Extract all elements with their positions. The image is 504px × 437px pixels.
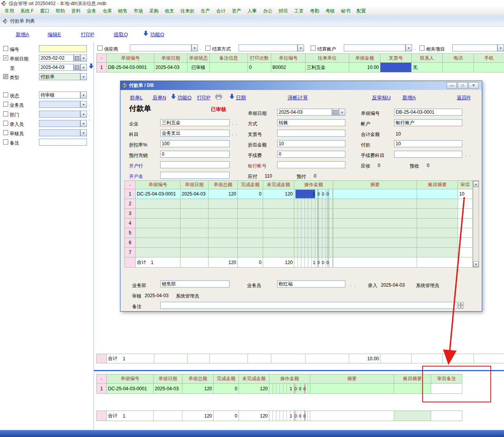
empty-cell[interactable] (458, 209, 473, 218)
empty-cell[interactable] (333, 248, 417, 257)
cell-row-number[interactable]: 3 (125, 209, 136, 218)
supplier-dropdown-button[interactable] (191, 44, 198, 51)
unaudit-button[interactable]: 反审核U (372, 94, 391, 101)
detail-grid-row-2[interactable]: 2 (125, 199, 479, 209)
cell-cheque-no[interactable] (380, 63, 412, 72)
auditor-dropdown-button[interactable] (80, 129, 87, 136)
header-doc-date[interactable]: 单据日期 (154, 54, 187, 63)
menu-item-purchase[interactable]: 采购 (146, 7, 162, 15)
empty-cell[interactable] (417, 209, 458, 218)
company-input[interactable] (160, 119, 230, 126)
account-name-input[interactable] (160, 172, 230, 179)
remark-filter-checkbox[interactable] (3, 139, 8, 144)
settle-method-dropdown-button[interactable] (297, 44, 304, 51)
empty-cell[interactable] (180, 218, 209, 228)
related-project-combo-input[interactable] (452, 44, 497, 51)
scroll-up-button[interactable] (473, 181, 479, 187)
menu-item-config[interactable]: 配置 (354, 7, 369, 15)
header-audit-remark[interactable]: 审后备注 (431, 374, 462, 384)
bank-account-input[interactable] (277, 161, 345, 168)
cell-summary[interactable] (333, 189, 417, 199)
method-input[interactable] (277, 119, 345, 126)
header-op-amount[interactable]: 操作金额 (294, 181, 333, 189)
empty-cell[interactable] (294, 199, 333, 209)
date-to-dropdown-button[interactable] (80, 64, 87, 71)
header-summary[interactable]: 摘要 (333, 181, 417, 189)
cell-print-count[interactable]: 0 (248, 63, 271, 72)
header-cheque-no[interactable]: 支票号 (380, 54, 412, 63)
subject-input[interactable] (160, 130, 230, 137)
payment-list-row[interactable]: 1 DB-25-04-03-0001 2025-04-03 已审核 0 B000… (97, 63, 504, 72)
empty-cell[interactable] (294, 209, 333, 218)
cell-doc-date[interactable]: 2025-04-03 (180, 189, 209, 199)
extract-button[interactable]: 提取Q (114, 31, 128, 38)
status-filter-input[interactable] (39, 92, 80, 99)
minimize-button[interactable] (447, 82, 457, 89)
new-button[interactable]: 新增A (16, 31, 29, 38)
header-doc-no[interactable]: 单据编号 (136, 181, 180, 189)
cell-doc-date[interactable]: 2025-04-03 (154, 384, 182, 394)
empty-cell[interactable] (458, 228, 473, 238)
header-contact[interactable]: 联系人 (412, 54, 443, 63)
menu-item-sales[interactable]: 销售 (115, 7, 131, 15)
date-button[interactable]: 日期 (236, 94, 246, 101)
detail-grid-row-6[interactable]: 6 (125, 238, 479, 248)
cell-doc-amount[interactable]: 10.00 (349, 63, 380, 72)
cell-account-summary[interactable] (417, 189, 458, 199)
cell-account-summary[interactable] (394, 384, 431, 394)
cell-row-number[interactable]: 1 (97, 384, 107, 394)
function-button[interactable]: 功能O (150, 31, 164, 38)
supplier-combo-input[interactable] (130, 44, 191, 51)
cell-doc-date[interactable]: 2025-04-03 (154, 63, 187, 72)
remark-input[interactable] (160, 302, 457, 309)
print-button[interactable]: 打印P (81, 31, 94, 38)
header-account-summary[interactable]: 账目摘要 (394, 374, 431, 384)
empty-cell[interactable] (136, 228, 180, 238)
department-dropdown-button[interactable] (80, 111, 87, 118)
empty-cell[interactable] (263, 209, 294, 218)
spinner-down-icon[interactable] (458, 305, 463, 309)
cell-doc-status[interactable]: 已审核 (187, 63, 210, 72)
company-more-button[interactable]: . . (232, 121, 238, 125)
prepay-offset-input[interactable] (160, 151, 230, 158)
empty-cell[interactable] (136, 209, 180, 218)
cell-phone[interactable] (443, 63, 474, 72)
empty-cell[interactable] (417, 238, 458, 248)
new-button[interactable]: 新增A (402, 94, 416, 101)
header-done-amount[interactable]: 完成金额 (214, 374, 239, 384)
settle-calc-button[interactable]: 清帐计算 (288, 94, 308, 101)
status-filter-checkbox[interactable] (3, 92, 8, 97)
header-doc-total[interactable]: 单据总额 (209, 181, 238, 189)
salesman-filter-checkbox[interactable] (3, 102, 8, 107)
cell-summary[interactable] (310, 384, 394, 394)
header-unit-name[interactable]: 往来单位 (306, 54, 349, 63)
detail-grid-row-7[interactable]: 7 (125, 248, 479, 257)
number-filter-checkbox[interactable] (3, 46, 8, 51)
empty-cell[interactable] (333, 218, 417, 228)
cell-row-number[interactable]: 5 (125, 228, 136, 238)
empty-cell[interactable] (417, 248, 458, 257)
empty-cell[interactable] (209, 209, 238, 218)
header-row-number[interactable]: - (97, 54, 107, 63)
empty-cell[interactable] (180, 199, 209, 209)
detail-grid-scrollbar[interactable] (473, 181, 479, 268)
bank-branch-input[interactable] (160, 161, 230, 168)
menu-item-secretary[interactable]: 秘书 (338, 7, 354, 15)
header-doc-no[interactable]: 单据编号 (107, 374, 154, 384)
dialog-titlebar[interactable]: 付款单 / DB (120, 81, 482, 90)
empty-cell[interactable] (238, 238, 263, 248)
doc-no-input[interactable] (394, 109, 462, 116)
empty-cell[interactable] (333, 209, 417, 218)
fee-subject-more-button[interactable]: . . (465, 152, 471, 157)
cell-op-amount[interactable]: 1000 (294, 189, 333, 199)
empty-cell[interactable] (458, 199, 473, 209)
empty-cell[interactable] (136, 218, 180, 228)
auditor-filter-input[interactable] (39, 129, 80, 136)
cell-done-amount[interactable]: 0 (238, 189, 263, 199)
fee-subject-input[interactable] (394, 151, 462, 158)
print-button[interactable]: 打印P (197, 94, 210, 101)
scroll-down-button[interactable] (473, 261, 479, 267)
header-doc-date[interactable]: 单据日期 (180, 181, 209, 189)
empty-cell[interactable] (238, 199, 263, 209)
header-doc-total[interactable]: 单据总额 (182, 374, 214, 384)
